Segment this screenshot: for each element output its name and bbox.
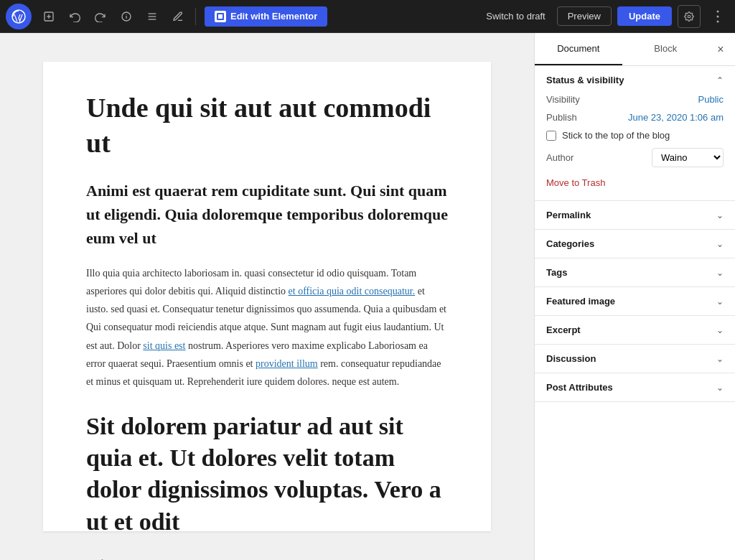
tags-section: Tags ⌄: [535, 258, 735, 287]
preview-button[interactable]: Preview: [557, 6, 612, 26]
post-heading-2[interactable]: Sit dolorem pariatur ad aut sit quia et.…: [86, 411, 448, 538]
permalink-section: Permalink ⌄: [535, 201, 735, 230]
svg-point-11: [717, 10, 719, 12]
post-attributes-section: Post Attributes ⌄: [535, 373, 735, 402]
permalink-header[interactable]: Permalink ⌄: [535, 201, 735, 229]
status-visibility-header[interactable]: Status & visibility ⌃: [535, 66, 735, 94]
visibility-row: Visibility Public: [546, 94, 724, 105]
undo-button[interactable]: [63, 5, 86, 28]
tab-block[interactable]: Block: [622, 33, 710, 65]
stick-to-top-checkbox[interactable]: [546, 131, 556, 141]
author-select[interactable]: Waino: [652, 148, 724, 167]
post-paragraph-1[interactable]: Illo quia quia architecto laboriosam in.…: [86, 264, 448, 391]
post-content[interactable]: Unde qui sit aut aut commodi ut Animi es…: [43, 62, 491, 531]
paragraph1-link2[interactable]: sit quis est: [143, 340, 185, 351]
stick-to-top-label[interactable]: Stick to the top of the blog: [562, 130, 670, 141]
paragraph1-link3[interactable]: provident illum: [256, 358, 318, 369]
sidebar-close-button[interactable]: ×: [709, 38, 732, 61]
post-heading-1[interactable]: Unde qui sit aut aut commodi ut: [86, 90, 448, 162]
categories-title: Categories: [546, 238, 594, 249]
post-subheading[interactable]: Animi est quaerat rem cupiditate sunt. Q…: [86, 179, 448, 250]
categories-header[interactable]: Categories ⌄: [535, 230, 735, 258]
categories-chevron-icon: ⌄: [716, 239, 724, 249]
redo-button[interactable]: [89, 5, 112, 28]
more-options-button[interactable]: [706, 5, 729, 28]
permalink-chevron-icon: ⌄: [716, 210, 724, 220]
edit-with-elementor-button[interactable]: Edit with Elementor: [205, 6, 327, 27]
sidebar-header: Document Block ×: [535, 33, 735, 66]
featured-image-header[interactable]: Featured image ⌄: [535, 287, 735, 315]
add-block-button[interactable]: [37, 5, 60, 28]
categories-section: Categories ⌄: [535, 230, 735, 258]
post-attributes-header[interactable]: Post Attributes ⌄: [535, 373, 735, 401]
paragraph1-link1[interactable]: et officia quia odit consequatur.: [289, 286, 416, 297]
post-attributes-title: Post Attributes: [546, 382, 613, 393]
svg-point-10: [688, 15, 690, 18]
discussion-chevron-icon: ⌄: [716, 354, 724, 364]
status-visibility-chevron-icon: ⌃: [716, 75, 724, 85]
excerpt-header[interactable]: Excerpt ⌄: [535, 316, 735, 344]
sidebar-panel: Document Block × Status & visibility ⌃ V…: [534, 33, 735, 560]
stick-to-top-row: Stick to the top of the blog: [546, 130, 724, 141]
status-visibility-title: Status & visibility: [546, 75, 624, 85]
tags-title: Tags: [546, 267, 567, 278]
status-visibility-body: Visibility Public Publish June 23, 2020 …: [535, 94, 735, 200]
author-row: Author Waino: [546, 148, 724, 167]
status-visibility-section: Status & visibility ⌃ Visibility Public …: [535, 66, 735, 201]
visibility-label: Visibility: [546, 94, 580, 105]
tools-button[interactable]: [167, 5, 189, 28]
switch-to-draft-button[interactable]: Switch to draft: [480, 6, 551, 26]
top-toolbar: Edit with Elementor Switch to draft Prev…: [0, 0, 735, 33]
elementor-btn-label: Edit with Elementor: [230, 11, 317, 22]
excerpt-chevron-icon: ⌄: [716, 325, 724, 335]
list-view-button[interactable]: [141, 5, 164, 28]
svg-point-12: [717, 15, 719, 17]
author-label: Author: [546, 152, 574, 163]
featured-image-chevron-icon: ⌄: [716, 297, 724, 307]
settings-button[interactable]: [678, 5, 701, 28]
svg-point-0: [12, 10, 25, 23]
post-attributes-chevron-icon: ⌄: [716, 383, 724, 393]
sidebar-body: Status & visibility ⌃ Visibility Public …: [535, 66, 735, 560]
update-button[interactable]: Update: [617, 6, 672, 26]
tags-chevron-icon: ⌄: [716, 268, 724, 278]
publish-label: Publish: [546, 112, 577, 123]
publish-row: Publish June 23, 2020 1:06 am: [546, 112, 724, 123]
excerpt-section: Excerpt ⌄: [535, 316, 735, 345]
permalink-title: Permalink: [546, 210, 591, 220]
excerpt-title: Excerpt: [546, 325, 581, 335]
publish-value[interactable]: June 23, 2020 1:06 am: [628, 112, 724, 123]
move-to-trash-link[interactable]: Move to Trash: [546, 177, 605, 188]
wordpress-logo[interactable]: [6, 4, 32, 29]
details-button[interactable]: [115, 5, 138, 28]
svg-point-13: [717, 20, 719, 22]
visibility-value[interactable]: Public: [698, 94, 724, 105]
post-paragraph-2[interactable]: Perferendis ea architecto ipsam dolore. …: [86, 555, 448, 560]
discussion-header[interactable]: Discussion ⌄: [535, 345, 735, 373]
discussion-section: Discussion ⌄: [535, 345, 735, 373]
tab-document[interactable]: Document: [535, 33, 622, 65]
main-area: Unde qui sit aut aut commodi ut Animi es…: [0, 33, 735, 560]
discussion-title: Discussion: [546, 353, 596, 364]
elementor-icon: [215, 11, 226, 22]
tags-header[interactable]: Tags ⌄: [535, 258, 735, 286]
editor-area[interactable]: Unde qui sit aut aut commodi ut Animi es…: [0, 33, 534, 560]
featured-image-title: Featured image: [546, 296, 615, 307]
featured-image-section: Featured image ⌄: [535, 287, 735, 316]
